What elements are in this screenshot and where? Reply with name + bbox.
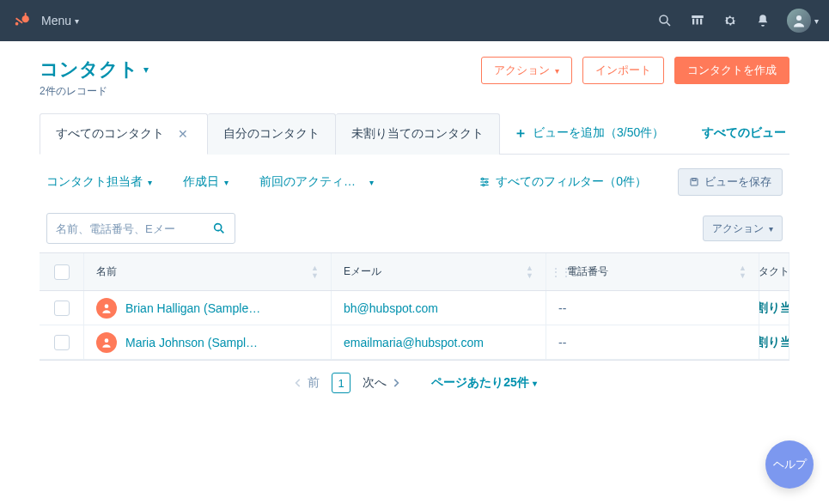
chevron-down-icon: ▾ [814, 16, 819, 26]
filter-create-date[interactable]: 作成日 ▾ [183, 174, 229, 190]
filter-label: 作成日 [183, 174, 219, 190]
cell-name: Maria Johnson (Sampl… [84, 325, 332, 359]
svg-rect-18 [692, 179, 696, 181]
owner-link[interactable]: 未割り当て [759, 301, 789, 316]
sort-icon: ▲▼ [311, 264, 319, 280]
next-page-button[interactable]: 次へ [363, 375, 402, 391]
pagination: 前 1 次へ ページあたり25件 ▾ [40, 361, 789, 405]
search-icon[interactable] [212, 222, 226, 235]
svg-rect-3 [25, 13, 27, 17]
svg-rect-17 [691, 179, 698, 185]
view-tabs: すべてのコンタクト ✕ 自分のコンタクト 未割り当てのコンタクト ＋ ビューを追… [40, 112, 789, 155]
column-header-owner[interactable]: コンタクト担当 [759, 253, 789, 290]
import-button[interactable]: インポート [582, 57, 664, 84]
contact-name-link[interactable]: Brian Halligan (Sample… [125, 301, 260, 315]
page-content: コンタクト ▾ 2件のレコード アクション ▾ インポート コンタクトを作成 す… [0, 41, 829, 405]
tab-unassigned-contacts[interactable]: 未割り当てのコンタクト [336, 113, 500, 155]
add-view-button[interactable]: ＋ ビューを追加（3/50件） [500, 112, 678, 154]
table-header-row: 名前 ▲▼ Eメール ▲▼ ⋮⋮ 電話番号 ▲▼ コンタクト担当 [40, 253, 789, 291]
tab-my-contacts[interactable]: 自分のコンタクト [208, 113, 336, 155]
menu-dropdown[interactable]: Menu ▾ [41, 14, 79, 27]
svg-point-2 [15, 22, 19, 26]
contact-email-link[interactable]: bh@hubspot.com [344, 301, 438, 315]
chevron-down-icon: ▾ [369, 178, 374, 187]
per-page-dropdown[interactable]: ページあたり25件 ▾ [431, 375, 537, 391]
row-checkbox[interactable] [54, 301, 70, 316]
save-view-button[interactable]: ビューを保存 [678, 168, 783, 196]
cell-email: emailmaria@hubspot.com [332, 325, 546, 359]
contact-name-link[interactable]: Maria Johnson (Sampl… [125, 336, 258, 349]
menu-label: Menu [41, 14, 71, 27]
add-view-label: ビューを追加（3/50件） [533, 125, 664, 141]
column-label: Eメール [344, 264, 381, 279]
actions-label: アクション [494, 63, 550, 78]
svg-point-14 [482, 178, 484, 179]
svg-line-20 [221, 230, 223, 233]
tab-label: 未割り当てのコンタクト [351, 126, 484, 142]
svg-line-5 [667, 22, 670, 26]
svg-point-21 [105, 304, 109, 308]
create-contact-button[interactable]: コンタクトを作成 [674, 57, 789, 84]
filter-label: コンタクト担当者 [46, 174, 143, 190]
contact-avatar-icon [96, 332, 117, 353]
filter-label: 前回のアクティ… [259, 174, 356, 190]
table-actions-dropdown[interactable]: アクション ▾ [703, 216, 783, 241]
svg-point-22 [105, 338, 109, 343]
prev-label: 前 [308, 375, 320, 391]
row-checkbox[interactable] [54, 335, 70, 350]
all-filters-button[interactable]: すべてのフィルター（0件） [479, 174, 647, 190]
chevron-down-icon: ▾ [533, 379, 537, 388]
tab-all-contacts[interactable]: すべてのコンタクト ✕ [40, 113, 208, 155]
phone-value: -- [558, 301, 566, 315]
sliders-icon [479, 176, 491, 188]
actions-dropdown[interactable]: アクション ▾ [481, 57, 572, 84]
page-header: コンタクト ▾ 2件のレコード アクション ▾ インポート コンタクトを作成 [40, 57, 789, 99]
contacts-table: 名前 ▲▼ Eメール ▲▼ ⋮⋮ 電話番号 ▲▼ コンタクト担当 [40, 252, 789, 361]
account-menu[interactable]: ▾ [787, 9, 819, 33]
header-actions: アクション ▾ インポート コンタクトを作成 [481, 57, 789, 84]
svg-point-10 [796, 15, 802, 21]
filter-bar: コンタクト担当者 ▾ 作成日 ▾ 前回のアクティ… ▾ すべてのフィルター（0件… [40, 155, 789, 209]
svg-point-15 [485, 181, 487, 183]
chevron-right-icon [390, 377, 402, 389]
title-block: コンタクト ▾ 2件のレコード [40, 57, 149, 99]
table-toolbar: アクション ▾ [40, 209, 789, 252]
current-page-number[interactable]: 1 [332, 373, 350, 393]
owner-link[interactable]: 未割り当て [759, 335, 789, 350]
filter-contact-owner[interactable]: コンタクト担当者 ▾ [46, 174, 152, 190]
help-label: ヘルプ [773, 457, 807, 472]
column-header-email[interactable]: Eメール ▲▼ [332, 253, 546, 290]
svg-rect-7 [692, 19, 694, 25]
object-switcher[interactable]: コンタクト ▾ [40, 57, 149, 82]
cell-owner: 未割り当て [759, 325, 789, 359]
svg-point-16 [483, 184, 485, 185]
search-input[interactable] [56, 222, 212, 235]
settings-gear-icon[interactable] [722, 12, 739, 29]
svg-point-19 [215, 224, 222, 231]
chevron-down-icon: ▾ [75, 16, 79, 26]
column-header-phone[interactable]: ⋮⋮ 電話番号 ▲▼ [546, 253, 759, 290]
drag-handle-icon[interactable]: ⋮⋮ [550, 265, 570, 279]
help-fab[interactable]: ヘルプ [765, 440, 814, 489]
sort-icon: ▲▼ [739, 264, 747, 280]
phone-value: -- [558, 336, 566, 349]
prev-page-button[interactable]: 前 [292, 375, 320, 391]
search-icon[interactable] [656, 12, 674, 29]
select-all-checkbox[interactable] [54, 264, 70, 280]
sort-icon: ▲▼ [526, 264, 533, 280]
column-header-name[interactable]: 名前 ▲▼ [84, 253, 332, 290]
contact-email-link[interactable]: emailmaria@hubspot.com [344, 336, 484, 349]
marketplace-icon[interactable] [689, 12, 706, 29]
contact-avatar-icon [96, 298, 117, 319]
user-avatar [787, 9, 811, 33]
all-views-link[interactable]: すべてのビュー [698, 112, 789, 154]
chevron-down-icon: ▾ [769, 224, 773, 234]
cell-phone: -- [546, 291, 759, 325]
hubspot-logo-icon[interactable] [10, 9, 34, 33]
filter-last-activity[interactable]: 前回のアクティ… ▾ [259, 174, 374, 190]
chevron-left-icon [292, 377, 304, 389]
notifications-bell-icon[interactable] [754, 12, 771, 29]
close-icon[interactable]: ✕ [174, 124, 192, 144]
svg-rect-6 [692, 15, 704, 18]
column-label: 電話番号 [567, 264, 608, 279]
